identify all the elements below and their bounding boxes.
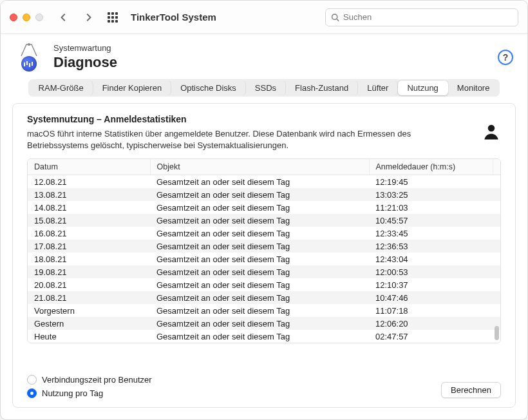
cell-date: 16.08.21 bbox=[28, 227, 150, 240]
usage-table-container: Datum Objekt Anmeldedauer (h:m:s) 12.08.… bbox=[27, 158, 501, 343]
cell-object: Gesamtzeit an oder seit diesem Tag bbox=[150, 253, 369, 265]
titlebar: TinkerTool System bbox=[1, 1, 527, 34]
page-title: Diagnose bbox=[53, 54, 117, 71]
table-row[interactable]: 17.08.21Gesamtzeit an oder seit diesem T… bbox=[28, 240, 500, 253]
cell-date: Gestern bbox=[28, 317, 150, 330]
cell-duration: 10:45:57 bbox=[369, 214, 493, 227]
section-title: Systemnutzung – Anmeldestatistiken bbox=[27, 114, 439, 124]
user-icon bbox=[482, 122, 501, 143]
search-field[interactable] bbox=[325, 8, 518, 26]
cell-duration: 12:33:45 bbox=[369, 227, 493, 240]
col-header-object[interactable]: Objekt bbox=[150, 159, 369, 175]
table-row[interactable]: 18.08.21Gesamtzeit an oder seit diesem T… bbox=[28, 253, 500, 265]
scrollbar-thumb[interactable] bbox=[495, 326, 499, 340]
tab-flash[interactable]: Flash-Zustand bbox=[286, 81, 358, 95]
section-header: Systemnutzung – Anmeldestatistiken macOS… bbox=[13, 114, 515, 156]
radio-per-day-label: Nutzung pro Tag bbox=[42, 388, 103, 398]
radio-circle-icon bbox=[27, 388, 37, 398]
cell-date: Vorgestern bbox=[28, 304, 150, 317]
cell-object: Gesamtzeit an oder seit diesem Tag bbox=[150, 240, 369, 253]
cell-spacer bbox=[493, 240, 500, 253]
traffic-lights bbox=[10, 14, 43, 21]
cell-spacer bbox=[493, 304, 500, 317]
help-icon: ? bbox=[503, 52, 509, 62]
cell-date: 17.08.21 bbox=[28, 240, 150, 253]
table-row[interactable]: 12.08.21Gesamtzeit an oder seit diesem T… bbox=[28, 175, 500, 189]
section-description: macOS führt interne Statistiken über ang… bbox=[27, 128, 439, 151]
cell-spacer bbox=[493, 253, 500, 265]
cell-object: Gesamtzeit an oder seit diesem Tag bbox=[150, 291, 369, 304]
breadcrumb: Systemwartung bbox=[53, 43, 117, 53]
tab-monitors[interactable]: Monitore bbox=[448, 81, 499, 95]
table-row[interactable]: GesternGesamtzeit an oder seit diesem Ta… bbox=[28, 317, 500, 330]
table-row[interactable]: 20.08.21Gesamtzeit an oder seit diesem T… bbox=[28, 278, 500, 291]
cell-date: 14.08.21 bbox=[28, 201, 150, 214]
cell-duration: 12:00:53 bbox=[369, 265, 493, 278]
cell-duration: 11:21:03 bbox=[369, 201, 493, 214]
cell-spacer bbox=[493, 227, 500, 240]
help-button[interactable]: ? bbox=[498, 50, 513, 65]
cell-object: Gesamtzeit an oder seit diesem Tag bbox=[150, 304, 369, 317]
chevron-right-icon bbox=[84, 13, 93, 22]
close-window-button[interactable] bbox=[10, 14, 17, 21]
nav-back-button[interactable] bbox=[55, 8, 73, 26]
caliper-icon bbox=[19, 43, 39, 57]
table-row[interactable]: 19.08.21Gesamtzeit an oder seit diesem T… bbox=[28, 265, 500, 278]
cell-object: Gesamtzeit an oder seit diesem Tag bbox=[150, 317, 369, 330]
tab-usage[interactable]: Nutzung bbox=[398, 81, 448, 95]
col-header-duration[interactable]: Anmeldedauer (h:m:s) bbox=[369, 159, 493, 175]
cell-object: Gesamtzeit an oder seit diesem Tag bbox=[150, 201, 369, 214]
radio-per-day[interactable]: Nutzung pro Tag bbox=[27, 388, 152, 398]
cell-spacer bbox=[493, 201, 500, 214]
table-row[interactable]: 13.08.21Gesamtzeit an oder seit diesem T… bbox=[28, 188, 500, 201]
cell-date: 19.08.21 bbox=[28, 265, 150, 278]
cell-spacer bbox=[493, 278, 500, 291]
cell-object: Gesamtzeit an oder seit diesem Tag bbox=[150, 278, 369, 291]
table-row[interactable]: 14.08.21Gesamtzeit an oder seit diesem T… bbox=[28, 201, 500, 214]
cell-duration: 11:07:18 bbox=[369, 304, 493, 317]
page-header: Systemwartung Diagnose ? bbox=[1, 34, 527, 75]
radio-per-user[interactable]: Verbindungszeit pro Benutzer bbox=[27, 375, 152, 385]
cell-spacer bbox=[493, 291, 500, 304]
svg-line-1 bbox=[337, 19, 339, 21]
cell-duration: 12:10:37 bbox=[369, 278, 493, 291]
cell-date: Heute bbox=[28, 330, 150, 343]
cell-spacer bbox=[493, 175, 500, 189]
table-row[interactable]: 16.08.21Gesamtzeit an oder seit diesem T… bbox=[28, 227, 500, 240]
cell-duration: 12:36:53 bbox=[369, 240, 493, 253]
search-input[interactable] bbox=[343, 12, 513, 22]
svg-point-0 bbox=[332, 14, 337, 19]
tab-optical[interactable]: Optische Disks bbox=[171, 81, 246, 95]
tab-fans[interactable]: Lüfter bbox=[358, 81, 398, 95]
cell-date: 18.08.21 bbox=[28, 253, 150, 265]
zoom-window-button[interactable] bbox=[35, 14, 43, 21]
disc-icon bbox=[21, 56, 37, 72]
cell-object: Gesamtzeit an oder seit diesem Tag bbox=[150, 188, 369, 201]
table-row[interactable]: HeuteGesamtzeit an oder seit diesem Tag0… bbox=[28, 330, 500, 343]
tab-bar: RAM-Größe Finder Kopieren Optische Disks… bbox=[1, 75, 527, 97]
apps-grid-button[interactable] bbox=[104, 8, 122, 26]
window-title: TinkerTool System bbox=[131, 12, 216, 23]
tab-bar-inner: RAM-Größe Finder Kopieren Optische Disks… bbox=[28, 79, 500, 97]
tab-ram[interactable]: RAM-Größe bbox=[30, 81, 93, 95]
cell-object: Gesamtzeit an oder seit diesem Tag bbox=[150, 214, 369, 227]
table-row[interactable]: 21.08.21Gesamtzeit an oder seit diesem T… bbox=[28, 291, 500, 304]
cell-spacer bbox=[493, 214, 500, 227]
col-header-date[interactable]: Datum bbox=[28, 159, 150, 175]
tab-ssds[interactable]: SSDs bbox=[246, 81, 286, 95]
cell-object: Gesamtzeit an oder seit diesem Tag bbox=[150, 227, 369, 240]
cell-duration: 12:43:04 bbox=[369, 253, 493, 265]
card-footer: Verbindungszeit pro Benutzer Nutzung pro… bbox=[13, 365, 515, 398]
cell-spacer bbox=[493, 265, 500, 278]
compute-button[interactable]: Berechnen bbox=[441, 382, 501, 398]
cell-date: 12.08.21 bbox=[28, 175, 150, 189]
cell-date: 20.08.21 bbox=[28, 278, 150, 291]
cell-date: 21.08.21 bbox=[28, 291, 150, 304]
tab-finder[interactable]: Finder Kopieren bbox=[93, 81, 172, 95]
minimize-window-button[interactable] bbox=[23, 14, 30, 21]
nav-forward-button[interactable] bbox=[79, 8, 97, 26]
table-row[interactable]: 15.08.21Gesamtzeit an oder seit diesem T… bbox=[28, 214, 500, 227]
svg-point-2 bbox=[28, 43, 30, 46]
search-icon bbox=[331, 13, 339, 22]
table-row[interactable]: VorgesternGesamtzeit an oder seit diesem… bbox=[28, 304, 500, 317]
